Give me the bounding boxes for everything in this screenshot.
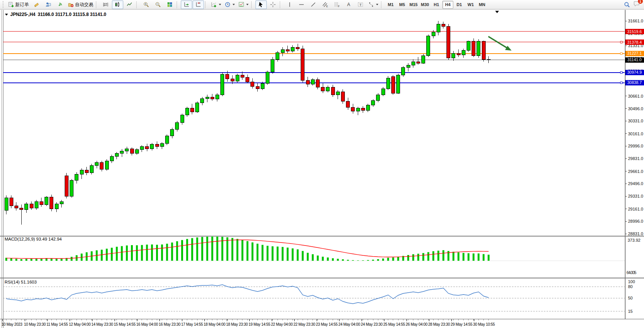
signals-button[interactable]: [54, 0, 66, 9]
candle: [120, 151, 124, 154]
bar-chart-button[interactable]: [100, 0, 112, 9]
macd-bar: [427, 252, 429, 261]
toolbar-separator: [280, 1, 282, 8]
arrows-button[interactable]: [367, 0, 380, 9]
candle: [175, 122, 179, 129]
candle: [221, 74, 224, 95]
candle: [5, 198, 8, 211]
tf-d1-button[interactable]: D1: [454, 1, 465, 9]
indicators-button[interactable]: [209, 0, 223, 9]
rsi-line: [6, 285, 489, 304]
vertical-line-button[interactable]: [284, 0, 295, 9]
auto-trading-label: 自动交易: [75, 2, 93, 8]
macd-bar: [467, 253, 469, 261]
candle: [100, 162, 104, 169]
crosshair-button[interactable]: [267, 0, 279, 9]
macd-bar: [222, 237, 223, 261]
macd-bar: [272, 246, 274, 261]
level-handle[interactable]: [620, 41, 622, 43]
macd-bar: [488, 255, 489, 261]
toolbar-grip[interactable]: [3, 1, 5, 8]
macd-bar: [111, 248, 113, 261]
vertical-line-icon: [287, 2, 293, 8]
auto-trading-button[interactable]: 自动交易: [66, 0, 95, 9]
time-label: 28 May 23:30: [428, 322, 450, 326]
cursor-icon: [258, 2, 264, 8]
chart-menu-icon[interactable]: [5, 14, 8, 16]
tf-m5-button[interactable]: M5: [397, 1, 408, 9]
macd-bar: [186, 239, 188, 261]
candle: [155, 144, 159, 147]
candle: [366, 105, 370, 111]
macd-bar: [478, 254, 480, 261]
time-axis: 10 May 202310 May 23:3011 May 14:5512 Ma…: [2, 319, 495, 326]
templates-button[interactable]: [237, 0, 250, 9]
line-chart-button[interactable]: [124, 0, 135, 9]
candle: [256, 86, 259, 89]
macd-bar: [30, 259, 32, 261]
tf-w1-button[interactable]: W1: [465, 1, 476, 9]
toolbar-separator: [177, 1, 179, 8]
candle: [110, 156, 113, 161]
candle: [291, 47, 294, 51]
text-label-button[interactable]: T: [355, 0, 366, 9]
time-label: 23 May 14:55: [316, 322, 338, 326]
equidistant-channel-button[interactable]: E: [319, 0, 331, 9]
equidistant-channel-icon: E: [322, 2, 328, 8]
time-label: 19 May 14:55: [249, 322, 271, 326]
zoom-out-button[interactable]: [152, 0, 164, 9]
tile-windows-button[interactable]: [164, 0, 175, 9]
search-button[interactable]: [624, 2, 630, 8]
candlestick-chart-button[interactable]: [112, 0, 123, 9]
notifications-button[interactable]: 1: [633, 1, 640, 8]
time-label: 25 May 14:55: [383, 322, 405, 326]
level-handle[interactable]: [620, 52, 622, 54]
periods-button[interactable]: [223, 0, 236, 9]
profile-button[interactable]: [43, 0, 54, 9]
indicators-icon: [211, 2, 217, 8]
macd-bar: [26, 259, 27, 261]
level-handle[interactable]: [620, 71, 622, 73]
text-button[interactable]: A: [343, 0, 354, 9]
candle: [70, 181, 73, 196]
candle: [406, 65, 410, 68]
candle: [60, 201, 63, 204]
tf-mn-button[interactable]: MN: [477, 1, 488, 9]
metaeditor-button[interactable]: [31, 0, 42, 9]
macd-bar: [277, 247, 279, 261]
chart-area[interactable]: 31661.031496.031331.031161.030996.030831…: [0, 0, 644, 328]
auto-scroll-icon: [183, 2, 190, 8]
candle: [145, 147, 149, 149]
time-label: 10 May 2023: [2, 322, 22, 326]
tf-h1-button[interactable]: H1: [431, 1, 442, 9]
tf-m1-button[interactable]: M1: [385, 1, 396, 9]
macd-bar: [412, 254, 414, 261]
tf-m15-button[interactable]: M15: [408, 1, 419, 9]
macd-bar: [51, 258, 53, 261]
zoom-in-button[interactable]: [140, 0, 152, 9]
new-order-button[interactable]: 新订单: [6, 0, 30, 9]
cursor-button[interactable]: [255, 0, 267, 9]
tf-h4-button[interactable]: H4: [442, 1, 453, 9]
dropdown-arrow-icon: [246, 4, 249, 5]
candle: [45, 197, 48, 204]
tf-m30-button[interactable]: M30: [419, 1, 430, 9]
trendline-button[interactable]: [308, 0, 319, 9]
level-handle[interactable]: [620, 82, 622, 84]
chart-shift-button[interactable]: [193, 0, 204, 9]
candles-layer: [5, 21, 490, 225]
chart-shift-marker[interactable]: [495, 11, 499, 13]
candle: [210, 97, 214, 99]
candle: [80, 170, 83, 174]
trend-arrow[interactable]: [488, 36, 512, 51]
candle: [422, 55, 425, 63]
candle: [196, 103, 199, 112]
candle: [301, 49, 304, 80]
auto-scroll-button[interactable]: [181, 0, 192, 9]
macd-bar: [166, 244, 168, 261]
fibonacci-button[interactable]: F: [331, 0, 343, 9]
metaeditor-icon: [33, 2, 40, 8]
horizontal-line-button[interactable]: [296, 0, 307, 9]
time-label: 17 May 14:55: [181, 322, 203, 326]
price-badge-value: 31378.4: [627, 40, 642, 44]
